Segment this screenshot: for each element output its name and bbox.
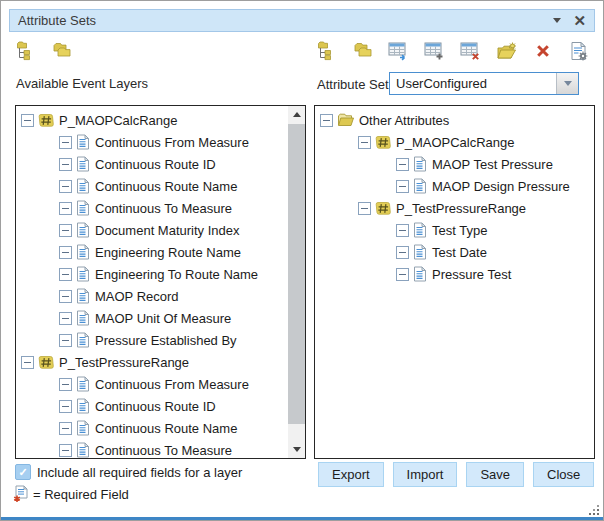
close-button[interactable]: Close bbox=[533, 462, 594, 487]
tree-item[interactable]: Continuous Route ID bbox=[16, 395, 305, 417]
left-panel-scrollbar[interactable] bbox=[288, 106, 305, 458]
field-icon bbox=[76, 200, 90, 216]
tree-item[interactable]: MAOP Unit Of Measure bbox=[16, 307, 305, 329]
titlebar[interactable]: Attribute Sets ✕ bbox=[9, 9, 595, 32]
collapse-folders-button[interactable] bbox=[51, 42, 73, 62]
scroll-down-icon[interactable] bbox=[288, 441, 305, 458]
minus-expander-icon[interactable] bbox=[59, 290, 72, 303]
report-settings-button[interactable] bbox=[568, 42, 590, 62]
tree-item[interactable]: Continuous Route Name bbox=[16, 417, 305, 439]
field-icon bbox=[413, 222, 427, 238]
minus-expander-icon[interactable] bbox=[396, 224, 409, 237]
required-field-icon bbox=[13, 485, 28, 503]
minus-expander-icon[interactable] bbox=[59, 422, 72, 435]
minus-expander-icon[interactable] bbox=[59, 158, 72, 171]
new-set-folder-button[interactable] bbox=[496, 42, 518, 62]
tree-item-label: Test Date bbox=[431, 245, 487, 260]
table-remove-button[interactable] bbox=[460, 42, 482, 62]
field-icon bbox=[413, 156, 427, 172]
available-event-layers-label: Available Event Layers bbox=[16, 76, 148, 91]
event-layer-icon bbox=[38, 355, 54, 370]
tree-item[interactable]: Pressure Established By bbox=[16, 329, 305, 351]
minus-expander-icon[interactable] bbox=[358, 202, 371, 215]
tree-item[interactable]: Continuous From Measure bbox=[16, 373, 305, 395]
export-button[interactable]: Export bbox=[318, 462, 384, 487]
attribute-sets-dialog: Attribute Sets ✕ Available Event Layers … bbox=[0, 0, 604, 521]
tree-item-label: Engineering To Route Name bbox=[94, 267, 258, 282]
tree-item-label: Document Maturity Index bbox=[94, 223, 240, 238]
tree-item[interactable]: P_MAOPCalcRange bbox=[16, 109, 305, 131]
save-button[interactable]: Save bbox=[466, 462, 524, 487]
minus-expander-icon[interactable] bbox=[59, 400, 72, 413]
expand-layers-tree-icon bbox=[317, 41, 337, 64]
tree-item[interactable]: Continuous To Measure bbox=[16, 197, 305, 219]
tree-item[interactable]: Continuous Route Name bbox=[16, 175, 305, 197]
field-icon bbox=[76, 266, 90, 282]
close-icon[interactable]: ✕ bbox=[573, 13, 586, 28]
expand-layers-tree-icon bbox=[16, 41, 36, 64]
tree-item-label: P_TestPressureRange bbox=[395, 201, 526, 216]
expand-layers-tree-button[interactable] bbox=[316, 42, 338, 62]
tree-item[interactable]: Engineering Route Name bbox=[16, 241, 305, 263]
minus-expander-icon[interactable] bbox=[59, 334, 72, 347]
minus-expander-icon[interactable] bbox=[396, 158, 409, 171]
minus-expander-icon[interactable] bbox=[59, 246, 72, 259]
include-required-label: Include all required fields for a layer bbox=[37, 465, 242, 480]
minus-expander-icon[interactable] bbox=[320, 114, 333, 127]
include-required-checkbox[interactable] bbox=[15, 464, 31, 480]
tree-item[interactable]: Continuous To Measure bbox=[16, 439, 305, 459]
minus-expander-icon[interactable] bbox=[21, 114, 34, 127]
minus-expander-icon[interactable] bbox=[21, 356, 34, 369]
resize-grip-icon[interactable] bbox=[589, 504, 600, 515]
tree-item[interactable]: Continuous From Measure bbox=[16, 131, 305, 153]
field-icon bbox=[76, 178, 90, 194]
minus-expander-icon[interactable] bbox=[396, 268, 409, 281]
minus-expander-icon[interactable] bbox=[59, 180, 72, 193]
tree-item[interactable]: Other Attributes bbox=[315, 109, 594, 131]
right-toolbar bbox=[316, 42, 590, 62]
tree-item[interactable]: P_TestPressureRange bbox=[16, 351, 305, 373]
tree-item[interactable]: P_MAOPCalcRange bbox=[315, 131, 594, 153]
tree-item-label: P_MAOPCalcRange bbox=[58, 113, 178, 128]
tree-item-label: MAOP Test Pressure bbox=[431, 157, 553, 172]
minus-expander-icon[interactable] bbox=[358, 136, 371, 149]
minus-expander-icon[interactable] bbox=[59, 268, 72, 281]
minus-expander-icon[interactable] bbox=[396, 246, 409, 259]
minus-expander-icon[interactable] bbox=[59, 136, 72, 149]
minus-expander-icon[interactable] bbox=[59, 202, 72, 215]
import-button[interactable]: Import bbox=[393, 462, 458, 487]
table-export-button[interactable] bbox=[388, 42, 410, 62]
tree-item[interactable]: Continuous Route ID bbox=[16, 153, 305, 175]
collapse-dialog-icon[interactable] bbox=[553, 18, 561, 23]
available-event-layers-tree-panel: P_MAOPCalcRangeContinuous From MeasureCo… bbox=[15, 105, 306, 459]
minus-expander-icon[interactable] bbox=[59, 444, 72, 457]
collapse-folders-button[interactable] bbox=[352, 42, 374, 62]
minus-expander-icon[interactable] bbox=[59, 312, 72, 325]
scrollbar-thumb[interactable] bbox=[288, 124, 305, 424]
tree-item-label: Continuous Route ID bbox=[94, 157, 216, 172]
dropdown-arrow-icon[interactable] bbox=[556, 73, 578, 94]
table-add-button[interactable] bbox=[424, 42, 446, 62]
tree-item[interactable]: Pressure Test bbox=[315, 263, 594, 285]
tree-item[interactable]: Test Date bbox=[315, 241, 594, 263]
minus-expander-icon[interactable] bbox=[59, 378, 72, 391]
expand-layers-tree-button[interactable] bbox=[15, 42, 37, 62]
tree-item-label: Pressure Established By bbox=[94, 333, 237, 348]
attribute-set-combobox[interactable]: UserConfigured bbox=[389, 72, 579, 95]
tree-item[interactable]: Engineering To Route Name bbox=[16, 263, 305, 285]
tree-item[interactable]: Test Type bbox=[315, 219, 594, 241]
tree-item[interactable]: P_TestPressureRange bbox=[315, 197, 594, 219]
minus-expander-icon[interactable] bbox=[396, 180, 409, 193]
delete-red-x-button[interactable] bbox=[532, 42, 554, 62]
collapse-folders-icon bbox=[353, 41, 373, 64]
dialog-buttons: Export Import Save Close bbox=[318, 462, 593, 487]
tree-item[interactable]: MAOP Test Pressure bbox=[315, 153, 594, 175]
tree-item[interactable]: MAOP Record bbox=[16, 285, 305, 307]
tree-item-label: Continuous To Measure bbox=[94, 201, 232, 216]
field-icon bbox=[76, 376, 90, 392]
tree-item[interactable]: MAOP Design Pressure bbox=[315, 175, 594, 197]
tree-item-label: Other Attributes bbox=[358, 113, 449, 128]
tree-item[interactable]: Document Maturity Index bbox=[16, 219, 305, 241]
minus-expander-icon[interactable] bbox=[59, 224, 72, 237]
scroll-up-icon[interactable] bbox=[288, 106, 305, 123]
